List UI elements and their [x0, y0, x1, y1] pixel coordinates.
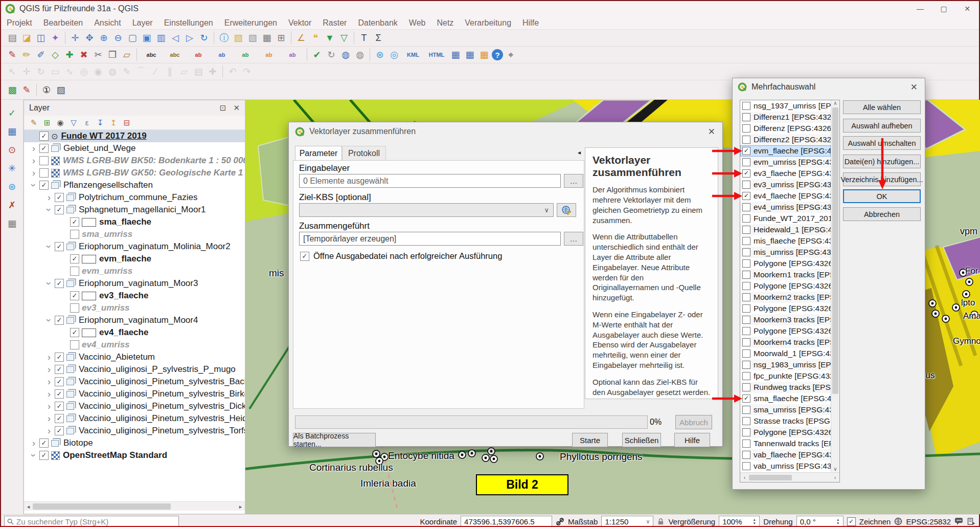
alle-wählen-button[interactable]: Alle wählen [843, 100, 921, 114]
crosshair-tool-icon[interactable]: ⌖ [504, 48, 517, 61]
layer-option-checkbox[interactable] [742, 237, 750, 245]
vertex-tool-icon[interactable]: ✚ [63, 48, 76, 61]
zielkbs-combo[interactable]: ∨ [299, 203, 554, 217]
layer-option[interactable]: Funde_WT_2017_2019 [EPSG:4326] [740, 213, 831, 224]
layer-option-checkbox[interactable] [742, 271, 750, 279]
layer-tree-row[interactable]: ›✓Vaccinio_uliginosi_P_sylvestris_P_mugo [24, 363, 245, 376]
add-group-icon[interactable]: ⊞ [41, 117, 53, 128]
datei-en-hinzufügen-button[interactable]: Datei(en) hinzufügen... [843, 155, 921, 168]
layer-visibility-checkbox[interactable]: ✓ [55, 402, 64, 411]
layer-option-checkbox[interactable] [742, 372, 750, 380]
map-tips-icon[interactable]: ❝ [309, 31, 322, 45]
layer-option-checkbox[interactable] [742, 462, 750, 470]
layer-option-checkbox[interactable] [742, 181, 750, 189]
layer-option[interactable]: nsg_1937_umriss [EPSG:4326] [740, 100, 831, 112]
expand-icon[interactable]: › [43, 352, 55, 363]
layer-visibility-checkbox[interactable]: ✓ [55, 316, 64, 325]
filter-legend-icon[interactable]: ▽ [67, 117, 80, 128]
layer-option[interactable]: Strasse tracks [EPSG:4326] [740, 415, 831, 427]
layer-visibility-checkbox[interactable]: ✓ [55, 414, 64, 423]
crs-globe-icon[interactable] [894, 517, 902, 525]
layer-option[interactable]: Rundweg tracks [EPSG:4326] [740, 382, 831, 393]
label-pin-icon[interactable]: abc [140, 48, 163, 61]
undock-panel-icon[interactable]: ⊡ [220, 103, 226, 113]
layer-option[interactable]: Polygone [EPSG:4326] [740, 303, 831, 314]
menu-item-verarbeitung[interactable]: Verarbeitung [459, 18, 517, 28]
new-bookmark-icon[interactable]: ▼ [323, 31, 336, 45]
layer-option[interactable]: ev3_umriss [EPSG:4326] [740, 179, 831, 190]
layer-visibility-checkbox[interactable]: ✓ [55, 377, 64, 386]
globe-tool-icon[interactable]: ⊛ [6, 180, 19, 193]
layer-option-checkbox[interactable] [742, 383, 750, 391]
copy-features-icon[interactable]: ❐ [106, 48, 119, 61]
layer-option-checkbox[interactable] [742, 451, 750, 459]
label-blue-icon[interactable]: ab [211, 48, 233, 61]
abbrechen-button[interactable]: Abbrechen [843, 207, 921, 221]
virtual-layer-icon[interactable]: ◍ [353, 48, 367, 61]
layer-option-checkbox[interactable]: ✓ [742, 169, 750, 178]
layer-tree-row[interactable]: ›✓Vaccinio_uliginosi_Pinetum_sylvestris_… [24, 425, 245, 437]
collapse-icon[interactable]: › [43, 204, 55, 215]
maximize-button[interactable]: ▢ [932, 1, 955, 16]
help-contents-icon[interactable]: ? [492, 49, 503, 60]
layer-option[interactable]: Moorkern2 tracks [EPSG:4326] [740, 292, 831, 303]
layer-option-checkbox[interactable] [742, 417, 750, 425]
hilfe-button[interactable]: Hilfe [674, 433, 710, 447]
layer-tree-row[interactable]: ›ev4_umriss [24, 339, 245, 351]
layer-option-checkbox[interactable] [742, 214, 750, 223]
layer-visibility-checkbox[interactable] [70, 303, 79, 313]
layer-tree-row[interactable]: ›✓Vaccinio_uliginosi_Pinetum_sylvestris_… [24, 400, 245, 412]
label-purple-icon[interactable]: ab [281, 48, 304, 61]
digitize-polygon-icon[interactable]: ◇ [49, 48, 62, 61]
layer-option-checkbox[interactable] [742, 102, 750, 110]
layer-tree-row[interactable]: ›WMS LGRB-BW GK50: Geologische Karte 1 :… [24, 167, 245, 179]
layer-option-checkbox[interactable] [742, 124, 750, 133]
layer-option[interactable]: sma_umriss [EPSG:4326] [740, 404, 831, 415]
minimize-button[interactable]: — [908, 1, 932, 16]
layer-option[interactable]: Moorkern3 tracks [EPSG:4326] [740, 314, 831, 325]
layer-tree-row[interactable]: ›✓Vaccinio_Abietetum [24, 351, 245, 363]
layer-option-checkbox[interactable] [742, 440, 750, 448]
pan-map-icon[interactable]: ✛ [69, 31, 82, 45]
vergroesserung-spin[interactable]: 100%▲▼ [719, 516, 760, 527]
menu-item-raster[interactable]: Raster [317, 18, 352, 28]
menu-item-web[interactable]: Web [403, 18, 431, 28]
layer-option[interactable]: Polygone [EPSG:4326] [740, 258, 831, 269]
zoom-to-selection-icon[interactable]: ▣ [140, 31, 153, 45]
layer-visibility-checkbox[interactable]: ✓ [39, 438, 49, 448]
zoom-next-icon[interactable]: ▷ [183, 31, 196, 45]
menu-item-bearbeiten[interactable]: Bearbeiten [38, 18, 88, 28]
processing-run-icon[interactable]: ✔ [310, 48, 324, 61]
layer-visibility-checkbox[interactable]: ✓ [39, 131, 49, 141]
layer-option-checkbox[interactable] [742, 304, 750, 313]
scroll-right-icon[interactable]: › [831, 473, 839, 481]
close-panel-icon[interactable]: ✕ [233, 103, 240, 113]
measure-line-icon[interactable]: ∠ [294, 31, 308, 45]
layer-visibility-checkbox[interactable] [70, 230, 79, 239]
layer-tree-row[interactable]: ›WMS LGRB-BW BK50: Bodenkarte 1 : 50 000… [24, 155, 245, 167]
zoom-to-layer-icon[interactable]: ▥ [154, 31, 168, 45]
layer-option-checkbox[interactable]: ✓ [742, 147, 750, 155]
processing-history-icon[interactable]: ↻ [325, 48, 338, 61]
layer-visibility-checkbox[interactable] [70, 267, 79, 276]
layer-tree-row[interactable]: ›✓⊙Funde WT 2017 2019 [24, 130, 245, 142]
menu-item-datenbank[interactable]: Datenbank [352, 18, 403, 28]
layer-option[interactable]: ev4_umriss [EPSG:4326] [740, 202, 831, 213]
identify-features-icon[interactable]: ⓘ [217, 31, 231, 45]
layer-tree-row[interactable]: ›✓Polytrichum_commune_Fazies [24, 191, 245, 204]
layer-option-checkbox[interactable] [742, 259, 750, 268]
layer-option-checkbox[interactable] [742, 113, 750, 121]
menu-item-hilfe[interactable]: Hilfe [517, 18, 544, 28]
layer-visibility-checkbox[interactable] [39, 156, 49, 165]
layer-option[interactable]: vab_umriss [EPSG:4326] [740, 460, 831, 472]
expand-icon[interactable]: › [43, 192, 55, 203]
layer-option[interactable]: ✓sma_flaeche [EPSG:4326] [740, 393, 831, 404]
scroll-thumb[interactable] [832, 107, 838, 394]
eingabelayer-browse-button[interactable]: … [564, 174, 583, 188]
menu-item-netz[interactable]: Netz [431, 18, 459, 28]
search-input[interactable]: Zu suchender Typ (Strg+K) [4, 516, 179, 527]
layer-visibility-checkbox[interactable] [39, 168, 49, 178]
output-browse-button[interactable]: … [564, 232, 583, 246]
layer-option[interactable]: ✓ev3_flaeche [EPSG:4326] [740, 168, 831, 179]
layer-option[interactable]: Polygone [EPSG:4326] [740, 427, 831, 438]
